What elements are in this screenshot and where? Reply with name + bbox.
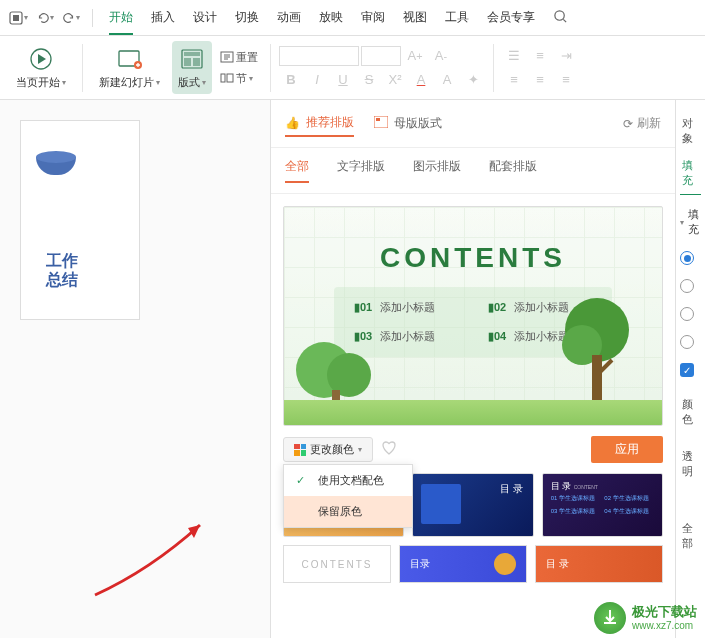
slide-text: 工作 总结 [46, 251, 78, 289]
subtab-text[interactable]: 文字排版 [337, 158, 385, 183]
new-slide-button[interactable]: 新建幻灯片▾ [91, 41, 168, 94]
master-icon [374, 116, 388, 131]
svg-rect-15 [376, 118, 380, 121]
check-icon: ✓ [296, 474, 310, 487]
tab-view[interactable]: 视图 [403, 1, 427, 35]
from-current-label: 当页开始 [16, 75, 60, 90]
indent-icon: ⇥ [554, 45, 578, 67]
rs-radio-3[interactable] [680, 307, 701, 321]
from-current-button[interactable]: 当页开始▾ [8, 41, 74, 94]
search-icon[interactable] [553, 1, 568, 35]
tab-start[interactable]: 开始 [109, 1, 133, 35]
svg-point-2 [555, 10, 564, 19]
chevron-down-icon: ▾ [680, 218, 684, 227]
svg-rect-10 [193, 58, 200, 66]
subtab-all[interactable]: 全部 [285, 158, 309, 183]
tab-slideshow[interactable]: 放映 [319, 1, 343, 35]
bold-icon: B [279, 69, 303, 91]
subtab-image[interactable]: 图示排版 [413, 158, 461, 183]
dropdown-use-doc-color[interactable]: ✓ 使用文档配色 [284, 465, 412, 496]
rs-fill-tab[interactable]: 填充 [680, 152, 701, 195]
italic-icon: I [305, 69, 329, 91]
ribbon: 当页开始▾ 新建幻灯片▾ 版式▾ 重置 节▾ A+ A- B I U S X² … [0, 36, 705, 100]
tab-member[interactable]: 会员专享 [487, 1, 535, 35]
cylinder-shape [36, 151, 76, 176]
template-thumb-4[interactable]: CONTENTS [283, 545, 391, 583]
template-thumb-3[interactable]: 目 录 CONTENT 01 学生选课标题 02 学生选课标题 03 学生选课标… [542, 473, 663, 537]
watermark-logo [594, 602, 626, 634]
rs-radio-4[interactable] [680, 335, 701, 349]
align-center-icon: ≡ [528, 69, 552, 91]
rs-object[interactable]: 对象 [680, 110, 701, 152]
reset-button[interactable]: 重置 [216, 48, 262, 67]
svg-rect-8 [184, 52, 200, 56]
superscript-icon: X² [383, 69, 407, 91]
rs-all: 全部 [680, 515, 701, 557]
rs-radio-1[interactable] [680, 251, 701, 265]
effects-icon: ✦ [461, 69, 485, 91]
highlight-icon: A [435, 69, 459, 91]
watermark: 极光下载站 www.xz7.com [594, 602, 697, 634]
main-tabs: 开始 插入 设计 切换 动画 放映 审阅 视图 工具 会员专享 [109, 1, 568, 35]
rs-color: 颜色 [680, 391, 701, 433]
section-button[interactable]: 节▾ [216, 69, 262, 88]
slide-canvas[interactable]: 工作 总结 [0, 100, 270, 638]
svg-rect-14 [374, 116, 388, 128]
apply-button[interactable]: 应用 [591, 436, 663, 463]
refresh-icon: ⟳ [623, 117, 633, 131]
increase-font-icon: A+ [403, 45, 427, 67]
strike-icon: S [357, 69, 381, 91]
tab-insert[interactable]: 插入 [151, 1, 175, 35]
top-toolbar: ▾ ▾ ▾ 开始 插入 设计 切换 动画 放映 审阅 视图 工具 会员专享 [0, 0, 705, 36]
check-icon: ✓ [680, 363, 694, 377]
refresh-button[interactable]: ⟳ 刷新 [623, 115, 661, 132]
change-color-button[interactable]: 更改颜色 ▾ [283, 437, 373, 462]
favorite-button[interactable] [381, 440, 397, 459]
underline-icon: U [331, 69, 355, 91]
tab-transition[interactable]: 切换 [235, 1, 259, 35]
svg-rect-1 [13, 15, 19, 21]
rs-fill-section[interactable]: ▾填充 [680, 207, 701, 237]
tab-design[interactable]: 设计 [193, 1, 217, 35]
subtab-set[interactable]: 配套排版 [489, 158, 537, 183]
play-icon [27, 45, 55, 73]
rs-checkbox[interactable]: ✓ [680, 363, 701, 377]
tab-animation[interactable]: 动画 [277, 1, 301, 35]
template-thumb-2[interactable]: 目 录 [412, 473, 533, 537]
decrease-font-icon: A- [429, 45, 453, 67]
tab-tools[interactable]: 工具 [445, 1, 469, 35]
reset-label: 重置 [236, 50, 258, 65]
svg-line-3 [563, 19, 566, 22]
template-preview-large[interactable]: CONTENTS ▮01添加小标题 ▮02添加小标题 ▮03添加小标题 ▮04添… [283, 206, 663, 426]
align-left-icon: ≡ [502, 69, 526, 91]
numbering-icon: ≡ [528, 45, 552, 67]
template-thumb-6[interactable]: 目 录 [535, 545, 663, 583]
panel-tab-master[interactable]: 母版版式 [374, 111, 442, 136]
template-thumb-5[interactable]: 目录 [399, 545, 527, 583]
section-label: 节 [236, 71, 247, 86]
rs-transparency: 透明 [680, 443, 701, 485]
watermark-title: 极光下载站 [632, 605, 697, 619]
panel-tab-recommend[interactable]: 👍 推荐排版 [285, 110, 354, 137]
undo-icon[interactable]: ▾ [36, 11, 54, 25]
new-slide-label: 新建幻灯片 [99, 75, 154, 90]
paragraph-group: ☰ ≡ ⇥ ≡ ≡ ≡ [502, 45, 578, 91]
redo-icon[interactable]: ▾ [62, 11, 80, 25]
color-dropdown: ✓ 使用文档配色 保留原色 [283, 464, 413, 528]
svg-rect-9 [184, 58, 191, 66]
thumbs-up-icon: 👍 [285, 116, 300, 130]
layout-panel: 👍 推荐排版 母版版式 ⟳ 刷新 全部 文字排版 图示排版 配套排版 CONTE… [270, 100, 675, 638]
bullets-icon: ☰ [502, 45, 526, 67]
layout-label: 版式 [178, 75, 200, 90]
heart-icon [381, 440, 397, 456]
color-grid-icon [294, 444, 306, 456]
rs-radio-2[interactable] [680, 279, 701, 293]
layout-button[interactable]: 版式▾ [172, 41, 212, 94]
home-icon[interactable]: ▾ [8, 10, 28, 26]
tab-review[interactable]: 审阅 [361, 1, 385, 35]
align-right-icon: ≡ [554, 69, 578, 91]
watermark-url: www.xz7.com [632, 620, 697, 631]
right-properties-panel: 对象 填充 ▾填充 ✓ 颜色 透明 全部 [675, 100, 705, 638]
dropdown-keep-original[interactable]: 保留原色 [284, 496, 412, 527]
svg-rect-13 [227, 74, 233, 82]
